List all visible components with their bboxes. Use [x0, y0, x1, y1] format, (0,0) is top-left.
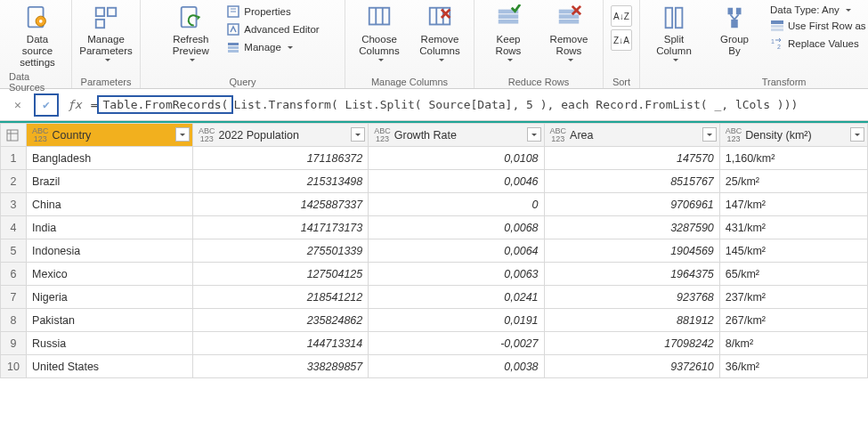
cell[interactable]: 0,0038 — [369, 355, 544, 378]
table-row[interactable]: 7Nigeria2185412120,0241923768237/km² — [1, 286, 868, 309]
row-index[interactable]: 2 — [1, 170, 27, 193]
table-row[interactable]: 5Indonesia2755013390,00641904569145/km² — [1, 239, 868, 263]
row-index[interactable]: 3 — [1, 193, 27, 216]
column-header[interactable]: ABC123Area — [544, 124, 719, 147]
cell[interactable]: Nigeria — [27, 286, 193, 309]
cell[interactable]: 17098242 — [544, 332, 719, 355]
table-row[interactable]: 1Bangladesh1711863720,01081475701,160/km… — [1, 147, 868, 170]
cell[interactable]: 127504125 — [192, 263, 368, 286]
split-column-button[interactable]: SplitColumn — [645, 2, 702, 62]
row-index[interactable]: 5 — [1, 239, 27, 263]
cell[interactable]: 338289857 — [192, 355, 368, 378]
cell[interactable]: 0,0064 — [369, 239, 544, 263]
refresh-preview-button[interactable]: RefreshPreview — [162, 2, 219, 62]
formula-accept-button[interactable]: ✔ — [34, 93, 59, 117]
table-row[interactable]: 4India14171731730,00683287590431/km² — [1, 216, 868, 239]
cell[interactable]: 0,0046 — [369, 170, 544, 193]
cell[interactable]: Mexico — [27, 263, 193, 286]
cell[interactable]: 9372610 — [544, 355, 719, 378]
cell[interactable]: 144713314 — [192, 332, 368, 355]
table-row[interactable]: 2Brazil2153134980,0046851576725/km² — [1, 170, 868, 193]
sort-ascending-button[interactable]: A↓Z — [611, 5, 632, 27]
cell[interactable]: 1,160/km² — [719, 147, 867, 170]
formula-input[interactable]: = Table.FromRecords( List.Transform( Lis… — [91, 95, 861, 114]
keep-rows-button[interactable]: KeepRows — [480, 2, 537, 62]
row-index[interactable]: 6 — [1, 263, 27, 286]
cell[interactable]: 147/km² — [719, 193, 867, 216]
cell[interactable]: 218541212 — [192, 286, 368, 309]
replace-values-button[interactable]: 12 Replace Values — [767, 36, 868, 52]
cell[interactable]: 1417173173 — [192, 216, 368, 239]
properties-button[interactable]: Properties — [223, 4, 322, 20]
data-type-button[interactable]: Data Type: Any — [767, 4, 868, 16]
table-row[interactable]: 6Mexico1275041250,0063196437565/km² — [1, 263, 868, 286]
cell[interactable]: Russia — [27, 332, 193, 355]
column-filter-button[interactable] — [850, 127, 864, 142]
cell[interactable]: 0,0241 — [369, 286, 544, 309]
cell[interactable]: 1425887337 — [192, 193, 368, 216]
advanced-editor-button[interactable]: Advanced Editor — [223, 21, 322, 37]
cell[interactable]: 65/km² — [719, 263, 867, 286]
cell[interactable]: 147570 — [544, 147, 719, 170]
cell[interactable]: 171186372 — [192, 147, 368, 170]
row-index[interactable]: 9 — [1, 332, 27, 355]
remove-columns-button[interactable]: RemoveColumns — [411, 2, 468, 62]
cell[interactable]: 267/km² — [719, 309, 867, 332]
cell[interactable]: 237/km² — [719, 286, 867, 309]
cell[interactable]: 923768 — [544, 286, 719, 309]
cell[interactable]: 235824862 — [192, 309, 368, 332]
sort-descending-button[interactable]: Z↓A — [611, 29, 632, 51]
row-index[interactable]: 8 — [1, 309, 27, 332]
row-index[interactable]: 7 — [1, 286, 27, 309]
group-by-button[interactable]: GroupBy — [706, 2, 763, 57]
cell[interactable]: 1904569 — [544, 239, 719, 263]
table-row[interactable]: 9Russia144713314-0,0027170982428/km² — [1, 332, 868, 355]
row-index[interactable]: 1 — [1, 147, 27, 170]
cell[interactable]: 431/km² — [719, 216, 867, 239]
cell[interactable]: 145/km² — [719, 239, 867, 263]
cell[interactable]: Pakistan — [27, 309, 193, 332]
column-filter-button[interactable] — [702, 127, 717, 142]
column-header[interactable]: ABC123Country — [27, 124, 193, 147]
table-row[interactable]: 8Pakistan2358248620,0191881912267/km² — [1, 309, 868, 332]
cell[interactable]: 0,0191 — [369, 309, 544, 332]
data-source-settings-button[interactable]: Data sourcesettings — [9, 2, 66, 69]
column-header[interactable]: ABC1232022 Population — [192, 124, 368, 147]
column-header[interactable]: ABC123Growth Rate — [369, 124, 544, 147]
cell[interactable]: -0,0027 — [369, 332, 544, 355]
row-index[interactable]: 4 — [1, 216, 27, 239]
cell[interactable]: 8515767 — [544, 170, 719, 193]
cell[interactable]: 25/km² — [719, 170, 867, 193]
table-row[interactable]: 10United States3382898570,0038937261036/… — [1, 355, 868, 378]
cell[interactable]: 881912 — [544, 309, 719, 332]
cell[interactable]: 0,0108 — [369, 147, 544, 170]
cell[interactable]: 9706961 — [544, 193, 719, 216]
manage-parameters-button[interactable]: ManageParameters — [77, 2, 134, 62]
cell[interactable]: India — [27, 216, 193, 239]
column-filter-button[interactable] — [175, 127, 190, 142]
cell[interactable]: 275501339 — [192, 239, 368, 263]
cell[interactable]: Bangladesh — [27, 147, 193, 170]
cell[interactable]: 36/km² — [719, 355, 867, 378]
cell[interactable]: China — [27, 193, 193, 216]
column-filter-button[interactable] — [527, 127, 541, 142]
cell[interactable]: 8/km² — [719, 332, 867, 355]
cell[interactable]: 0 — [369, 193, 544, 216]
cell[interactable]: United States — [27, 355, 193, 378]
first-row-headers-button[interactable]: Use First Row as Headers — [767, 18, 868, 34]
row-index[interactable]: 10 — [1, 355, 27, 378]
cell[interactable]: Indonesia — [27, 239, 193, 263]
cell[interactable]: 3287590 — [544, 216, 719, 239]
cell[interactable]: 215313498 — [192, 170, 368, 193]
cell[interactable]: 0,0068 — [369, 216, 544, 239]
table-corner-button[interactable] — [1, 124, 27, 147]
cell[interactable]: 1964375 — [544, 263, 719, 286]
table-row[interactable]: 3China142588733709706961147/km² — [1, 193, 868, 216]
formula-cancel-button[interactable]: ✕ — [7, 94, 28, 116]
remove-rows-button[interactable]: RemoveRows — [540, 2, 597, 62]
manage-button[interactable]: Manage — [223, 39, 322, 55]
cell[interactable]: Brazil — [27, 170, 193, 193]
choose-columns-button[interactable]: ChooseColumns — [351, 2, 408, 62]
column-filter-button[interactable] — [351, 127, 365, 142]
cell[interactable]: 0,0063 — [369, 263, 544, 286]
